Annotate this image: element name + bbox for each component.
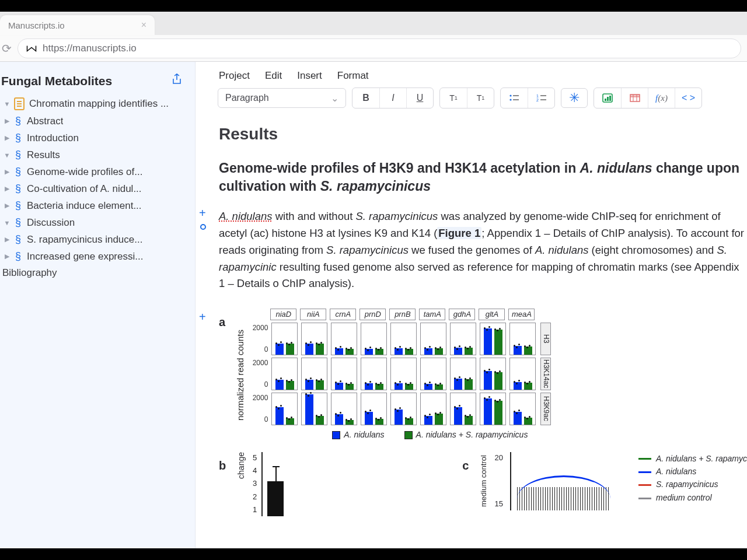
tree-section-introduction[interactable]: ▶§Introduction [0,130,189,146]
project-title: Fungal Metabolites [1,74,112,88]
site-favicon [26,43,37,54]
chart-cell [450,358,476,390]
chevron-down-icon[interactable]: ▼ [2,152,12,159]
superscript-button[interactable]: T1 [467,88,494,108]
chart-cell [420,393,446,425]
ylabel-a: normalized read counts [232,317,248,433]
svg-rect-11 [609,96,611,101]
tab-title: Manuscripts.io [8,20,65,30]
tree-subsection[interactable]: ▶§S. rapamycinicus induce... [0,231,189,248]
svg-rect-7 [540,99,546,100]
tree-bibliography[interactable]: Bibliography [0,265,189,281]
chart-cell [390,358,417,390]
disclosure-icon[interactable]: ▼ [2,100,12,107]
chart-cell [509,358,536,390]
chart-cell [420,323,446,355]
chevron-right-icon[interactable]: ▶ [2,117,12,125]
section-icon: § [15,132,21,144]
svg-rect-9 [605,99,606,101]
subscript-button[interactable]: T1 [440,88,467,108]
section-icon: § [15,233,21,246]
insert-figure-button[interactable] [594,88,621,108]
svg-rect-16 [630,94,640,97]
chart-cell [480,323,506,355]
chart-cell [390,323,417,355]
browser-tab[interactable]: Manuscripts.io × [0,15,155,35]
chevron-right-icon[interactable]: ▶ [2,134,12,142]
document-body[interactable]: Results Genome-wide profiles of H3K9 and… [196,116,747,516]
svg-point-2 [509,99,511,100]
chart-cell [450,393,476,425]
gene-header: prnB [389,309,416,320]
underline-button[interactable]: U [406,88,433,108]
share-icon[interactable] [172,74,182,88]
chart-legend: A. nidulans A. nidulans + S. rapamycinic… [250,429,551,442]
bold-button[interactable]: B [352,88,379,108]
chevron-right-icon[interactable]: ▶ [2,185,12,192]
tree-subsection[interactable]: ▶§Co-cultivation of A. nidul... [0,180,189,197]
row-label: H3K14ac [540,358,551,390]
italic-button[interactable]: I [379,88,406,108]
figure-reference[interactable]: Figure 1 [437,227,481,239]
figure-1[interactable]: a normalized read counts niaDniiAcrnAprn… [219,309,747,516]
insert-symbol-button[interactable]: ✳ [561,88,588,108]
chevron-right-icon[interactable]: ▶ [2,168,12,176]
insert-code-button[interactable]: < > [675,88,701,108]
numbered-list-button[interactable]: 12 [528,88,554,108]
chart-cell [271,393,298,425]
tree-subsection[interactable]: ▶§Bacteria induce element... [0,197,189,214]
chart-cell [331,358,357,390]
chevron-down-icon[interactable]: ▼ [2,219,12,226]
browser-address-bar: ⟳ https://manuscripts.io [0,35,747,62]
paragraph[interactable]: A. nidulans with and without S. rapamyci… [219,208,747,292]
document-icon [14,97,25,110]
reload-icon[interactable]: ⟳ [0,41,13,55]
chevron-right-icon[interactable]: ▶ [2,202,12,209]
ylabel-c: medium control [478,452,490,510]
paragraph-style-select[interactable]: Paragraph ⌄ [218,88,346,108]
section-icon: § [15,115,21,127]
chart-cell [390,393,417,425]
insert-table-button[interactable] [621,88,648,108]
legend-swatch-icon [332,431,340,439]
tree-doc-root[interactable]: ▼ Chromatin mapping identifies ... [0,95,189,113]
section-icon: § [15,200,21,212]
row-label: H3 [540,323,551,355]
panel-label-a: a [219,309,225,331]
menu-format[interactable]: Format [337,70,369,82]
tree-section-discussion[interactable]: ▼§Discussion [0,214,189,231]
chevron-right-icon[interactable]: ▶ [2,236,12,243]
section-icon: § [15,183,21,195]
tree-subsection[interactable]: ▶§Genome-wide profiles of... [0,163,189,180]
close-icon[interactable]: × [141,20,146,30]
tree-section-results[interactable]: ▼§Results [0,146,189,163]
chart-cell [331,393,357,425]
url-text: https://manuscripts.io [43,43,137,54]
insert-equation-button[interactable]: f(x) [648,88,675,108]
ylabel-b: change [235,452,248,479]
menu-project[interactable]: Project [219,70,250,82]
gene-header: niaD [270,309,296,320]
chart-cell [450,323,476,355]
chart-cell [361,393,387,425]
gene-header: meaA [508,309,535,320]
section-icon: § [15,149,21,161]
svg-text:2: 2 [536,98,539,102]
menu-insert[interactable]: Insert [297,70,322,82]
chart-cell [480,358,506,390]
section-icon: § [15,166,21,178]
menu-edit[interactable]: Edit [265,70,282,82]
chart-cell [361,323,387,355]
tree-subsection[interactable]: ▶§Increased gene expressi... [0,248,189,265]
bullet-list-button[interactable] [501,88,528,108]
chevron-right-icon[interactable]: ▶ [2,253,12,260]
svg-text:1: 1 [536,94,539,98]
heading-subsection[interactable]: Genome-wide profiles of H3K9 and H3K14 a… [219,159,747,195]
url-field[interactable]: https://manuscripts.io [18,38,741,58]
gene-header: gltA [479,309,505,320]
tree-section-abstract[interactable]: ▶§Abstract [0,113,189,130]
toolbar: Paragraph ⌄ B I U T1 T1 12 [215,88,747,116]
chart-cell [301,393,327,425]
svg-rect-5 [540,95,546,96]
heading-results[interactable]: Results [219,121,747,146]
